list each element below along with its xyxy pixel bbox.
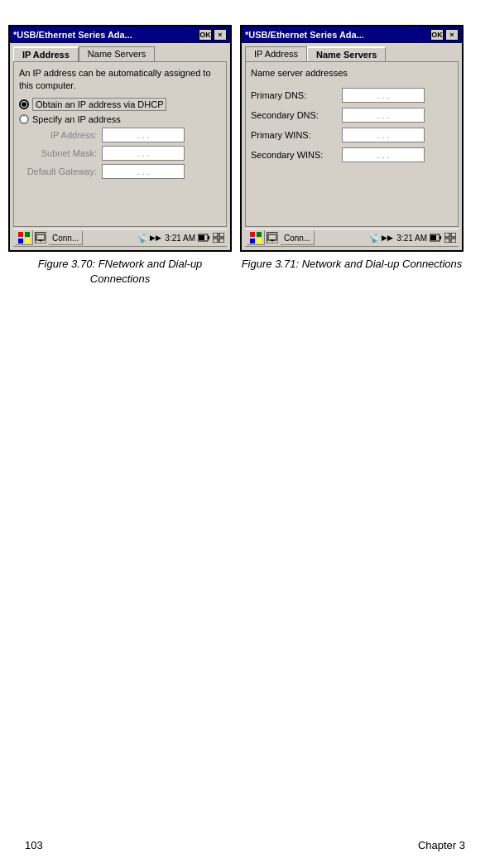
window-title-71: *USB/Ethernet Series Ada... bbox=[245, 30, 430, 40]
field-label-ip: IP Address: bbox=[19, 130, 102, 140]
radio-specify-icon[interactable] bbox=[19, 114, 29, 124]
tabs-row-71: IP Address Name Servers bbox=[245, 46, 459, 61]
svg-rect-10 bbox=[213, 233, 218, 237]
network-icon-70[interactable] bbox=[35, 232, 46, 244]
svg-rect-9 bbox=[199, 235, 204, 240]
figure-71-block: *USB/Ethernet Series Ada... OK × IP Addr… bbox=[240, 25, 464, 272]
ip-input-70[interactable]: . . . bbox=[102, 128, 185, 142]
svg-rect-14 bbox=[250, 232, 255, 237]
figure-70-block: *USB/Ethernet Series Ada... OK × IP Addr… bbox=[8, 25, 232, 287]
windows-flag-icon-71 bbox=[250, 232, 262, 244]
svg-rect-27 bbox=[451, 239, 456, 243]
window-body-70: IP Address Name Servers An IP address ca… bbox=[10, 43, 230, 250]
battery-icon-71 bbox=[429, 231, 442, 244]
secondary-dns-value: . . . bbox=[377, 110, 389, 120]
svg-rect-15 bbox=[257, 232, 262, 237]
ns-field-secondary-wins: Secondary WINS: . . . bbox=[251, 147, 453, 162]
ns-field-primary-wins: Primary WINS: . . . bbox=[251, 128, 453, 142]
conn-label-70: Conn... bbox=[52, 234, 79, 243]
svg-rect-18 bbox=[268, 234, 276, 240]
ns-field-primary-dns: Primary DNS: . . . bbox=[251, 88, 453, 103]
conn-button-71[interactable]: Conn... bbox=[280, 230, 315, 245]
tab-content-70: An IP address can be automatically assig… bbox=[13, 61, 227, 227]
window-70: *USB/Ethernet Series Ada... OK × IP Addr… bbox=[8, 25, 232, 252]
primary-wins-value: . . . bbox=[377, 130, 389, 140]
close-button-70[interactable]: × bbox=[214, 29, 227, 41]
field-row-ip: IP Address: . . . bbox=[19, 128, 221, 142]
secondary-wins-input[interactable]: . . . bbox=[342, 147, 425, 162]
primary-dns-input[interactable]: . . . bbox=[342, 88, 425, 103]
window-body-71: IP Address Name Servers Name server addr… bbox=[242, 43, 462, 250]
start-button-70[interactable] bbox=[15, 230, 33, 245]
ns-label-secondary-dns: Secondary DNS: bbox=[251, 110, 342, 120]
svg-rect-4 bbox=[36, 234, 45, 240]
taskbar-sys-71: 📡 ▶▶ 3:21 AM bbox=[368, 231, 457, 244]
gateway-input-70[interactable]: . . . bbox=[102, 164, 185, 179]
caption-text-71: Figure 3.71: Network and Dial-up Connect… bbox=[242, 258, 463, 270]
svg-rect-2 bbox=[18, 239, 23, 244]
field-label-subnet: Subnet Mask: bbox=[19, 148, 102, 158]
radio-dhcp-icon[interactable] bbox=[19, 99, 29, 109]
grid-icon-71 bbox=[444, 231, 457, 244]
ok-button-71[interactable]: OK bbox=[430, 29, 444, 41]
time-71: 3:21 AM bbox=[396, 234, 427, 243]
taskbar-sys-70: 📡 ▶▶ 3:21 AM bbox=[137, 231, 225, 244]
conn-button-70[interactable]: Conn... bbox=[48, 230, 83, 245]
title-bar-70: *USB/Ethernet Series Ada... OK × bbox=[10, 27, 230, 43]
start-button-71[interactable] bbox=[247, 230, 265, 245]
svg-rect-11 bbox=[219, 233, 224, 237]
antenna-icon-70: 📡 bbox=[137, 233, 148, 244]
tab-ip-address-70[interactable]: IP Address bbox=[13, 46, 79, 61]
svg-rect-24 bbox=[444, 233, 449, 237]
network-svg-71 bbox=[267, 233, 277, 243]
page-footer: 103 Chapter 3 bbox=[0, 839, 490, 851]
ns-label-primary-wins: Primary WINS: bbox=[251, 130, 342, 140]
svg-rect-22 bbox=[440, 236, 441, 239]
tab-name-servers-70[interactable]: Name Servers bbox=[79, 46, 155, 61]
chapter-label: Chapter 3 bbox=[418, 839, 465, 851]
ns-label-secondary-wins: Secondary WINS: bbox=[251, 150, 342, 160]
network-svg-70 bbox=[36, 233, 46, 243]
ok-button-70[interactable]: OK bbox=[199, 29, 212, 41]
title-buttons-71: OK × bbox=[430, 29, 459, 41]
description-70: An IP address can be automatically assig… bbox=[19, 67, 221, 93]
title-buttons-70: OK × bbox=[199, 29, 227, 41]
taskbar-70: Conn... 📡 ▶▶ 3:21 AM bbox=[13, 229, 227, 247]
subnet-value-70: . . . bbox=[137, 148, 149, 158]
windows-flag-icon-70 bbox=[18, 232, 30, 244]
primary-dns-value: . . . bbox=[377, 90, 389, 100]
radio-specify-label: Specify an IP address bbox=[32, 114, 121, 124]
tab-ip-address-71[interactable]: IP Address bbox=[245, 46, 307, 61]
taskbar-71: Conn... 📡 ▶▶ 3:21 AM bbox=[245, 229, 459, 247]
svg-rect-23 bbox=[430, 235, 436, 240]
secondary-dns-input[interactable]: . . . bbox=[342, 108, 425, 123]
field-row-subnet: Subnet Mask: . . . bbox=[19, 146, 221, 161]
svg-rect-26 bbox=[444, 239, 449, 243]
tab-name-servers-71[interactable]: Name Servers bbox=[307, 46, 386, 61]
subnet-input-70[interactable]: . . . bbox=[102, 146, 185, 161]
title-bar-71: *USB/Ethernet Series Ada... OK × bbox=[242, 27, 462, 43]
svg-rect-17 bbox=[257, 239, 262, 244]
ns-description-71: Name server addresses bbox=[251, 67, 453, 80]
tab-content-71: Name server addresses Primary DNS: . . .… bbox=[245, 61, 459, 227]
radio-dhcp-label: Obtain an IP address via DHCP bbox=[32, 98, 166, 111]
primary-wins-input[interactable]: . . . bbox=[342, 128, 425, 142]
field-row-gateway: Default Gateway: . . . bbox=[19, 164, 221, 179]
radio-dhcp-row: Obtain an IP address via DHCP bbox=[19, 98, 221, 111]
field-label-gateway: Default Gateway: bbox=[19, 166, 102, 176]
grid-icon-70 bbox=[212, 231, 225, 244]
radio-specify-row: Specify an IP address bbox=[19, 114, 221, 124]
svg-rect-1 bbox=[25, 232, 30, 237]
tabs-row-70: IP Address Name Servers bbox=[13, 46, 227, 61]
close-button-71[interactable]: × bbox=[445, 29, 459, 41]
network-icon-71[interactable] bbox=[267, 232, 278, 244]
arrow-icon-71: ▶▶ bbox=[382, 234, 393, 242]
antenna-icon-71: 📡 bbox=[368, 233, 380, 244]
svg-rect-16 bbox=[250, 239, 255, 244]
ip-value-70: . . . bbox=[137, 130, 149, 140]
page-number: 103 bbox=[25, 839, 43, 851]
svg-rect-0 bbox=[18, 232, 23, 237]
svg-rect-8 bbox=[208, 236, 209, 239]
window-71: *USB/Ethernet Series Ada... OK × IP Addr… bbox=[240, 25, 464, 252]
figure-71-caption: Figure 3.71: Network and Dial-up Connect… bbox=[242, 257, 463, 272]
